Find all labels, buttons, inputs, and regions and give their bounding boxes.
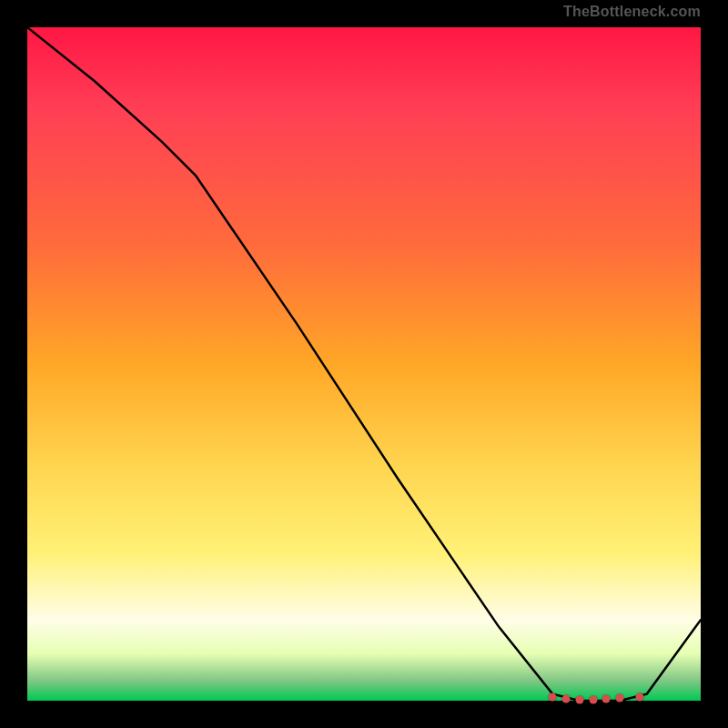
curve-path — [27, 27, 701, 701]
series-marker — [616, 694, 624, 703]
line-series — [27, 27, 701, 701]
series-marker — [575, 695, 583, 703]
series-marker — [636, 693, 644, 701]
plot-area — [27, 27, 701, 701]
watermark-text: TheBottleneck.com — [563, 4, 701, 20]
series-marker — [602, 694, 611, 703]
series-marker — [549, 693, 557, 702]
series-marker — [562, 694, 571, 703]
chart-frame: TheBottleneck.com — [0, 0, 728, 728]
series-marker — [589, 695, 597, 703]
